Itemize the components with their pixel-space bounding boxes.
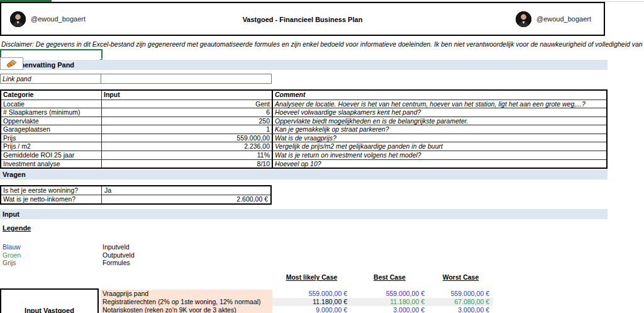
comment-cell[interactable]: Hoeveel op 10? [273, 160, 606, 168]
col-header-input: Input [102, 91, 273, 100]
answer-cell[interactable]: 2.600,00 € [102, 195, 270, 203]
legend-color-label: Blauw [3, 243, 103, 251]
input-cell[interactable]: 8/10 [102, 160, 273, 168]
case-header-best: Best Case [351, 273, 428, 283]
table-row: Is het je eerste wonining? Ja [1, 186, 270, 195]
legend-row: Groen Outputveld [3, 251, 267, 259]
legend-meaning: Formules [103, 259, 267, 267]
input-cell[interactable]: Gent [102, 100, 273, 108]
case-value[interactable]: 3.000,00 € [351, 306, 428, 313]
legend-color-label: Groen [3, 251, 103, 259]
case-row-label[interactable]: Notariskosten (reken zo'n 9K voor de 3 a… [101, 306, 272, 313]
input-cell[interactable]: 2.236,00 [102, 142, 273, 151]
question-cell[interactable]: Is het je eerste wonining? [1, 186, 102, 195]
table-row: Locatie Gent Analyseer de locatie. Hoeve… [1, 100, 606, 109]
categorie-cell[interactable]: Prijs [1, 134, 102, 142]
comment-cell[interactable]: Wat is je return on investment volgens h… [273, 151, 606, 159]
categorie-cell[interactable]: # Slaapkamers (minimum) [1, 108, 102, 117]
case-row-label[interactable]: Registratierechten (2% op 1ste woning, 1… [101, 298, 272, 306]
categorie-cell[interactable]: Garageplaatsen [1, 125, 102, 134]
brush-icon [0, 57, 23, 70]
categorie-cell[interactable]: Oppervlakte [1, 117, 102, 125]
legend-row: Grijs Formules [3, 259, 267, 267]
table-row: Wat is je netto-inkomen? 2.600,00 € [1, 195, 270, 203]
question-cell[interactable]: Wat is je netto-inkomen? [1, 195, 102, 203]
table-row: Prijs / m2 2.236,00 Vergelijk de prijs/m… [1, 142, 606, 151]
input-cell[interactable]: 11% [102, 151, 273, 159]
categorie-cell[interactable]: Investment analyse [1, 160, 102, 168]
case-value[interactable]: 11.180,00 € [272, 298, 351, 306]
avatar [516, 11, 531, 27]
handle-right: @ewoud_bogaert [536, 15, 591, 23]
categorie-cell[interactable]: Prijs / m2 [1, 142, 102, 151]
table-row: Gemiddelde ROI 25 jaar 11% Wat is je ret… [1, 151, 606, 160]
comment-cell[interactable]: Wat is de vraagprijs? [273, 134, 606, 142]
case-value[interactable]: 9.000,00 € [272, 306, 351, 313]
case-value[interactable]: 559.000,00 € [428, 290, 493, 298]
comment-cell[interactable]: Analyseer de locatie. Hoever is het van … [273, 100, 606, 108]
categorie-cell[interactable]: Gemiddelde ROI 25 jaar [1, 151, 102, 159]
case-value[interactable]: 67.080,00 € [428, 298, 493, 306]
case-value[interactable]: 559.000,00 € [272, 290, 351, 298]
input-cell[interactable]: 250 [102, 117, 273, 125]
table-row: # Slaapkamers (minimum) 6 Hoeveel volwaa… [1, 108, 606, 117]
property-table: Categorie Input Comment Locatie Gent Ana… [0, 89, 608, 169]
answer-cell[interactable]: Ja [102, 186, 270, 195]
case-header-worst: Worst Case [428, 273, 493, 283]
link-pand-label[interactable]: Link pand [1, 74, 101, 83]
legend-meaning: Inputveld [103, 243, 267, 251]
section-header-input: Input [0, 209, 608, 219]
legend-row: Blauw Inputveld [3, 243, 267, 251]
table-row: Garageplaatsen 1 Kan je gemakkelijk op s… [1, 125, 606, 134]
input-cell[interactable]: 1 [102, 125, 273, 134]
page-title: Vastgoed - Financieel Business Plan [1, 16, 604, 23]
comment-cell[interactable]: Kan je gemakkelijk op straat parkeren? [273, 125, 606, 134]
vragen-table: Is het je eerste wonining? Ja Wat is je … [0, 185, 272, 205]
legende-title: Legende [3, 224, 31, 232]
col-header-categorie: Categorie [1, 91, 102, 100]
input-cell[interactable]: 559.000,00 [102, 134, 273, 142]
comment-cell[interactable]: Vergelijk de prijs/m2 met gelijkaardige … [273, 142, 606, 151]
group-label-input-vastgoed[interactable]: Input Vastgoed [0, 288, 99, 313]
section-header-vragen: Vragen [0, 169, 608, 179]
section-header-samenvatting: Samenvatting Pand [0, 60, 608, 70]
case-value[interactable]: 11.180,00 € [351, 298, 428, 306]
input-cell[interactable]: 6 [102, 108, 273, 117]
comment-cell[interactable]: Hoeveel volwaardige slaapkamers kent het… [273, 108, 606, 117]
spreadsheet-page: @ewoud_bogaert Vastgoed - Financieel Bus… [0, 0, 644, 313]
link-pand-row: Link pand [0, 74, 272, 84]
col-header-comment: Comment [273, 91, 606, 100]
case-value[interactable]: 559.000,00 € [351, 290, 428, 298]
header-banner: @ewoud_bogaert Vastgoed - Financieel Bus… [0, 2, 605, 36]
property-table-header: Categorie Input Comment [1, 91, 606, 100]
comment-cell[interactable]: Oppervlakte biedt mogelijkheden en is de… [273, 117, 606, 125]
profile-right: @ewoud_bogaert [516, 3, 591, 35]
case-row-label[interactable]: Vraagprijs pand [101, 290, 272, 298]
table-row: Prijs 559.000,00 Wat is de vraagprijs? [1, 134, 606, 143]
categorie-cell[interactable]: Locatie [1, 100, 102, 108]
link-pand-value[interactable] [101, 74, 271, 83]
disclaimer-text: Disclaimer: De gegevens in dit Excel-bes… [1, 40, 644, 48]
legend-color-label: Grijs [3, 259, 103, 267]
table-row: Oppervlakte 250 Oppervlakte biedt mogeli… [1, 117, 606, 126]
table-row: Investment analyse 8/10 Hoeveel op 10? [1, 160, 606, 168]
legend-meaning: Outputveld [103, 251, 267, 259]
case-header-most-likely: Most likely Case [272, 273, 351, 283]
case-value[interactable]: 3.000,00 € [428, 306, 493, 313]
